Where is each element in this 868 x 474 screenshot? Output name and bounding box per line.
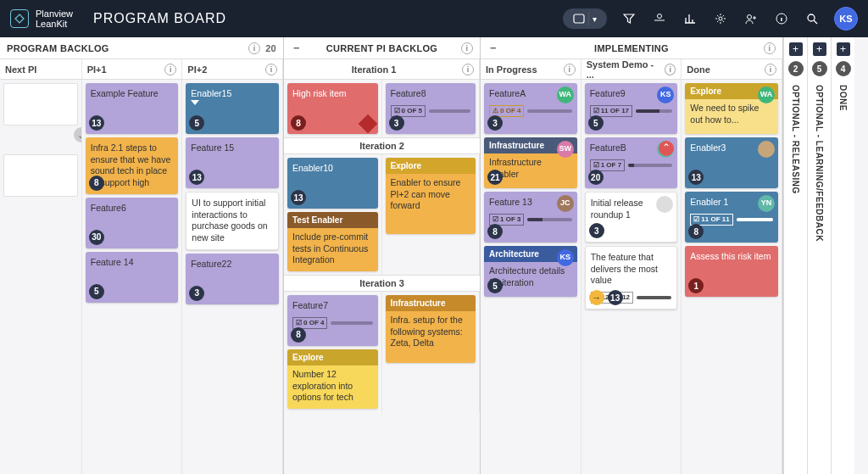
- card-featureA[interactable]: FeatureAWA⚠0 OF 43: [484, 83, 577, 134]
- card-enabler10[interactable]: Enabler1013: [287, 158, 378, 209]
- chevron-down-icon[interactable]: ⌄: [74, 127, 82, 142]
- card-featureB[interactable]: FeatureBYN☑1 OF 720⌃: [585, 137, 678, 188]
- lane-header-pi2[interactable]: PI+2i: [182, 59, 283, 80]
- info-icon[interactable]: i: [765, 64, 776, 75]
- section-title: CURRENT PI BACKLOG: [326, 43, 437, 53]
- card-feature6[interactable]: Feature630: [86, 198, 179, 248]
- card-feature9[interactable]: Feature9KS☑11 OF 175: [585, 83, 678, 134]
- lane-header-pi1[interactable]: PI+1i: [82, 59, 183, 80]
- info-icon[interactable]: i: [461, 42, 473, 54]
- add-user-icon[interactable]: [743, 10, 760, 27]
- card-feature14[interactable]: Feature 145: [86, 252, 179, 303]
- info-icon[interactable]: [773, 10, 790, 27]
- card-explore12[interactable]: ExploreNumber 12 exploration into option…: [287, 349, 378, 409]
- chevron-down-icon[interactable]: [191, 100, 199, 105]
- card-feature22[interactable]: Feature223: [186, 254, 279, 304]
- section-header-backlog: PROGRAM BACKLOG i 20: [0, 37, 283, 59]
- section-count: 20: [265, 43, 276, 53]
- info-icon[interactable]: i: [265, 64, 277, 75]
- card-feature15[interactable]: Feature 1513: [186, 137, 279, 188]
- lane-done[interactable]: ExploreWe need to spike out how to...WA …: [682, 80, 782, 474]
- collapsed-lane-releasing[interactable]: + 2 OPTIONAL - RELEASING: [783, 37, 807, 474]
- lane-count: 5: [812, 61, 827, 76]
- section-header-current: − CURRENT PI BACKLOG i: [284, 37, 480, 59]
- card-mode-button[interactable]: ▾: [563, 8, 607, 29]
- lane-iter1-right[interactable]: Feature8☑0 OF 53: [382, 80, 481, 137]
- card-feature8[interactable]: Feature8☑0 OF 53: [386, 83, 476, 134]
- info-icon[interactable]: i: [564, 64, 576, 75]
- lane-pi2[interactable]: Enabler155 Feature 1513 UI to support in…: [182, 80, 283, 474]
- lane-header-next-pi[interactable]: Next PI: [0, 59, 82, 80]
- user-avatar[interactable]: KS: [834, 7, 858, 31]
- info-icon[interactable]: i: [764, 42, 776, 54]
- card-infra21[interactable]: Infra 2.1 steps to ensure that we have s…: [86, 137, 179, 194]
- lane-count: 2: [788, 61, 804, 76]
- filter-icon[interactable]: [620, 10, 637, 27]
- lane-header-done[interactable]: Donei: [682, 59, 782, 80]
- section-current: − CURRENT PI BACKLOG i Iteration 1i High…: [284, 37, 481, 474]
- collapse-icon[interactable]: −: [291, 42, 303, 54]
- card-enabler15[interactable]: Enabler155: [186, 83, 279, 134]
- lane-iter2-left[interactable]: Enabler1013 Test EnablerInclude pre-comm…: [284, 154, 382, 275]
- placeholder-card[interactable]: [3, 83, 78, 125]
- collapsed-label: DONE: [838, 85, 848, 111]
- card-test-enabler[interactable]: Test EnablerInclude pre-commit tests in …: [287, 212, 378, 271]
- plus-icon[interactable]: +: [837, 42, 850, 56]
- card-example-feature[interactable]: Example Feature13: [86, 83, 179, 134]
- settings-icon[interactable]: [712, 10, 729, 27]
- lane-header-system-demo[interactable]: System Demo - ...i: [581, 59, 682, 80]
- topbar-actions: ▾ KS: [563, 7, 858, 31]
- svg-marker-0: [15, 14, 24, 23]
- card-infra-setup[interactable]: InfrastructureInfra. setup for the follo…: [386, 295, 476, 363]
- subproduct-name: LeanKit: [36, 19, 73, 29]
- card-initial-release[interactable]: Initial release roundup 13: [585, 192, 678, 243]
- lane-system-demo[interactable]: Feature9KS☑11 OF 175 FeatureBYN☑1 OF 720…: [581, 80, 682, 474]
- board: PROGRAM BACKLOG i 20 Next PI PI+1i PI+2i…: [0, 37, 868, 474]
- collapse-icon[interactable]: −: [487, 42, 499, 54]
- sort-icon[interactable]: [651, 10, 668, 27]
- lane-next-pi[interactable]: ⌄: [0, 80, 82, 474]
- collapsed-lane-learning[interactable]: + 5 OPTIONAL - LEARNING/FEEDBACK: [807, 37, 831, 474]
- card-explore-spike[interactable]: ExploreWe need to spike out how to...WA: [685, 83, 778, 134]
- card-feature7[interactable]: Feature7☑0 OF 48: [287, 295, 378, 346]
- svg-point-6: [808, 14, 815, 21]
- card-most-value[interactable]: The feature that delivers the most value…: [585, 246, 678, 309]
- card-infra-enabler[interactable]: InfrastructureInfrastructure enablerSW21: [484, 137, 577, 188]
- lane-header-iter3[interactable]: Iteration 3: [284, 275, 480, 292]
- info-icon[interactable]: i: [164, 64, 176, 75]
- lane-pi1[interactable]: Example Feature13 Infra 2.1 steps to ens…: [82, 80, 183, 474]
- lane-in-progress[interactable]: FeatureAWA⚠0 OF 43 InfrastructureInfrast…: [481, 80, 581, 474]
- info-icon[interactable]: i: [462, 64, 474, 75]
- card-enabler3[interactable]: Enabler313: [685, 137, 778, 188]
- logo-icon: [10, 9, 29, 28]
- lane-count: 4: [836, 61, 851, 76]
- info-icon[interactable]: i: [665, 64, 676, 75]
- lane-header-iter2[interactable]: Iteration 2: [284, 137, 480, 154]
- lane-header-in-progress[interactable]: In Progressi: [481, 59, 581, 80]
- arrow-right-icon[interactable]: →: [589, 290, 604, 305]
- card-explore-pi2[interactable]: ExploreEnabler to ensure PI+2 can move f…: [386, 158, 476, 234]
- card-assess-risk[interactable]: Assess this risk item1: [685, 246, 778, 297]
- card-enabler1[interactable]: Enabler 1YN☑11 OF 118: [685, 192, 778, 243]
- info-icon[interactable]: i: [248, 42, 260, 54]
- placeholder-card[interactable]: [3, 154, 78, 197]
- lane-header-iter1[interactable]: Iteration 1i: [284, 59, 480, 80]
- lane-iter3-left[interactable]: Feature7☑0 OF 48 ExploreNumber 12 explor…: [284, 292, 382, 412]
- card-ui-support[interactable]: UI to support initial interactions to pu…: [186, 192, 279, 250]
- collapsed-lane-done[interactable]: + 4 DONE: [831, 37, 854, 474]
- page-title: PROGRAM BOARD: [93, 11, 226, 26]
- lane-iter1-left[interactable]: High risk item8: [284, 80, 382, 137]
- lane-iter3-right[interactable]: InfrastructureInfra. setup for the follo…: [382, 292, 481, 412]
- plus-icon[interactable]: +: [789, 42, 803, 56]
- collapsed-label: OPTIONAL - LEARNING/FEEDBACK: [815, 85, 824, 242]
- avatar: [758, 141, 775, 158]
- card-feature13[interactable]: Feature 13JC☑1 OF 38: [484, 192, 577, 243]
- search-icon[interactable]: [804, 10, 821, 27]
- collapsed-label: OPTIONAL - RELEASING: [791, 85, 800, 194]
- svg-point-2: [658, 14, 662, 19]
- card-architecture[interactable]: ArchitectureArchitecture details for ite…: [484, 246, 577, 297]
- metrics-icon[interactable]: [682, 10, 698, 27]
- card-high-risk[interactable]: High risk item8: [287, 83, 378, 134]
- lane-iter2-right[interactable]: ExploreEnabler to ensure PI+2 can move f…: [382, 154, 481, 275]
- plus-icon[interactable]: +: [813, 42, 826, 56]
